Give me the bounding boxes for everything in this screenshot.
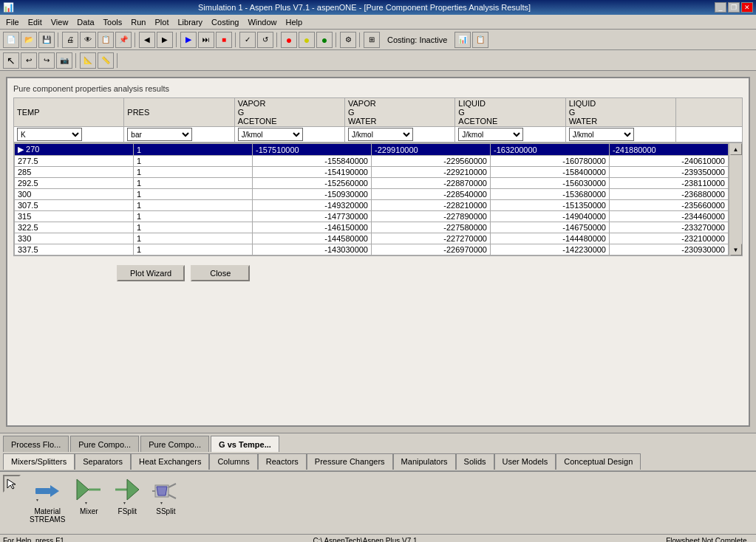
grid-button[interactable]: ⊞ bbox=[364, 32, 380, 48]
unit-pres-select[interactable]: bar atm psi bbox=[127, 128, 192, 141]
print-button[interactable]: 🖨 bbox=[62, 32, 78, 48]
run-button[interactable]: ▶ bbox=[180, 32, 197, 48]
menu-plot[interactable]: Plot bbox=[150, 15, 173, 30]
svg-text:▼: ▼ bbox=[35, 498, 39, 502]
comp-tab-reactors[interactable]: Reactors bbox=[258, 453, 307, 470]
green-circle[interactable]: ● bbox=[316, 32, 333, 48]
reset-button[interactable]: ↺ bbox=[257, 32, 273, 48]
close-button[interactable]: Close bbox=[191, 265, 250, 281]
forward-button[interactable]: ▶ bbox=[157, 32, 173, 48]
table-row[interactable]: 2851-154190000-229210000-158400000-23935… bbox=[15, 167, 729, 178]
yellow-circle[interactable]: ● bbox=[299, 32, 315, 48]
table-row[interactable]: ▶ 2701-157510000-229910000-163200000-241… bbox=[15, 144, 729, 156]
settings-button[interactable]: ⚙ bbox=[340, 32, 356, 48]
pointer-button[interactable]: ↖ bbox=[3, 52, 19, 69]
unit-lgw-select[interactable]: J/kmol cal/mol bbox=[569, 128, 634, 141]
menu-help[interactable]: Help bbox=[282, 15, 307, 30]
close-button[interactable]: ✕ bbox=[741, 2, 753, 13]
palette-cursor[interactable] bbox=[3, 475, 21, 493]
tab-pure-comp-2[interactable]: Pure Compo... bbox=[140, 436, 209, 452]
results-panel: Pure component properties analysis resul… bbox=[6, 77, 750, 427]
unit-pres[interactable]: bar atm psi bbox=[124, 127, 234, 143]
table-cell: -150930000 bbox=[253, 189, 372, 200]
redo-button[interactable]: ↪ bbox=[38, 52, 55, 69]
check-button[interactable]: ✓ bbox=[239, 32, 256, 48]
menu-data[interactable]: Data bbox=[72, 15, 98, 30]
unit-temp-select[interactable]: K C F bbox=[17, 128, 82, 141]
copy-button[interactable]: 📋 bbox=[98, 32, 114, 48]
table-cell: -236880000 bbox=[610, 189, 729, 200]
unit-temp[interactable]: K C F bbox=[14, 127, 124, 143]
menu-view[interactable]: View bbox=[47, 15, 73, 30]
comp-tab-columns[interactable]: Columns bbox=[209, 453, 257, 470]
back-button[interactable]: ◀ bbox=[139, 32, 155, 48]
scroll-up-btn[interactable]: ▲ bbox=[730, 143, 742, 155]
scroll-down-btn[interactable]: ▼ bbox=[730, 244, 742, 255]
new-button[interactable]: 📄 bbox=[3, 32, 19, 48]
col-header-extra bbox=[676, 98, 743, 127]
table-row[interactable]: 322.51-146150000-227580000-146750000-233… bbox=[15, 222, 729, 233]
view-btn-2[interactable]: 📏 bbox=[98, 52, 114, 69]
view-btn-1[interactable]: 📐 bbox=[80, 52, 96, 69]
unit-vgac-select[interactable]: J/kmol cal/mol bbox=[238, 128, 303, 141]
red-circle[interactable]: ● bbox=[281, 32, 297, 48]
palette-material-streams[interactable]: ▼ MaterialSTREAMS bbox=[27, 475, 68, 525]
table-cell: 1 bbox=[134, 156, 253, 167]
tab-process-flow[interactable]: Process Flo... bbox=[3, 436, 69, 452]
stop-button[interactable]: ■ bbox=[216, 32, 232, 48]
unit-liquid-g-ac[interactable]: J/kmol cal/mol bbox=[455, 127, 565, 143]
menu-window[interactable]: Window bbox=[243, 15, 281, 30]
table-row[interactable]: 292.51-152560000-228870000-156030000-238… bbox=[15, 178, 729, 189]
unit-vapor-g-w[interactable]: J/kmol cal/mol bbox=[344, 127, 454, 143]
menu-edit[interactable]: Edit bbox=[24, 15, 47, 30]
paste-button[interactable]: 📌 bbox=[115, 32, 132, 48]
palette-mixer[interactable]: ▼ Mixer bbox=[71, 475, 106, 517]
comp-tab-heat-exchangers[interactable]: Heat Exchangers bbox=[131, 453, 209, 470]
plot-wizard-button[interactable]: Plot Wizard bbox=[117, 265, 185, 281]
table-row[interactable]: 3301-144580000-227270000-144480000-23210… bbox=[15, 233, 729, 244]
menu-tools[interactable]: Tools bbox=[99, 15, 127, 30]
menubar: File Edit View Data Tools Run Plot Libra… bbox=[0, 15, 756, 30]
save-button[interactable]: 💾 bbox=[38, 32, 55, 48]
table-row[interactable]: 277.51-155840000-229560000-160780000-240… bbox=[15, 156, 729, 167]
menu-costing[interactable]: Costing bbox=[207, 15, 243, 30]
toolbar2: ↖ ↩ ↪ 📷 📐 📏 bbox=[0, 50, 756, 71]
toolbar2-separator-1 bbox=[75, 53, 77, 68]
col-header-liquid-g: LIQUIDGACETONE bbox=[455, 98, 565, 127]
minimize-button[interactable]: _ bbox=[715, 2, 726, 13]
comp-tab-mixers[interactable]: Mixers/Splitters bbox=[3, 453, 75, 470]
table-cell: -151350000 bbox=[491, 200, 610, 211]
open-button[interactable]: 📂 bbox=[21, 32, 37, 48]
table-row[interactable]: 3151-147730000-227890000-149040000-23446… bbox=[15, 211, 729, 222]
menu-file[interactable]: File bbox=[1, 15, 24, 30]
comp-tab-solids[interactable]: Solids bbox=[456, 453, 494, 470]
table-row[interactable]: 3001-150930000-228540000-153680000-23688… bbox=[15, 189, 729, 200]
restore-button[interactable]: ❐ bbox=[728, 2, 740, 13]
titlebar-controls[interactable]: _ ❐ ✕ bbox=[715, 2, 753, 13]
unit-vapor-g-ac[interactable]: J/kmol cal/mol bbox=[234, 127, 344, 143]
table-button[interactable]: 📋 bbox=[472, 32, 488, 48]
menu-library[interactable]: Library bbox=[173, 15, 207, 30]
preview-button[interactable]: 👁 bbox=[80, 32, 96, 48]
report-button[interactable]: 📊 bbox=[454, 32, 471, 48]
comp-tab-conceptual[interactable]: Conceptual Design bbox=[556, 453, 641, 470]
undo-button[interactable]: ↩ bbox=[21, 52, 37, 69]
comp-tab-user-models[interactable]: User Models bbox=[494, 453, 556, 470]
unit-lgac-select[interactable]: J/kmol cal/mol bbox=[458, 128, 523, 141]
unit-liquid-g-w[interactable]: J/kmol cal/mol bbox=[565, 127, 675, 143]
step-button[interactable]: ⏭ bbox=[198, 32, 214, 48]
table-cell: 1 bbox=[134, 233, 253, 244]
table-cell: -229210000 bbox=[372, 167, 491, 178]
palette-ssplit[interactable]: ▼ SSplit bbox=[148, 475, 183, 517]
table-row[interactable]: 307.51-149320000-228210000-151350000-235… bbox=[15, 200, 729, 211]
camera-button[interactable]: 📷 bbox=[56, 52, 72, 69]
menu-run[interactable]: Run bbox=[126, 15, 150, 30]
tab-g-vs-temp[interactable]: G vs Tempe... bbox=[211, 436, 279, 452]
comp-tab-manipulators[interactable]: Manipulators bbox=[393, 453, 456, 470]
unit-vgw-select[interactable]: J/kmol cal/mol bbox=[348, 128, 413, 141]
palette-fsplit[interactable]: ▼ FSplit bbox=[109, 475, 145, 517]
tab-pure-comp-1[interactable]: Pure Compo... bbox=[70, 436, 139, 452]
table-row[interactable]: 337.51-143030000-226970000-142230000-230… bbox=[15, 244, 729, 255]
comp-tab-pressure[interactable]: Pressure Changers bbox=[307, 453, 393, 470]
comp-tab-separators[interactable]: Separators bbox=[75, 453, 131, 470]
